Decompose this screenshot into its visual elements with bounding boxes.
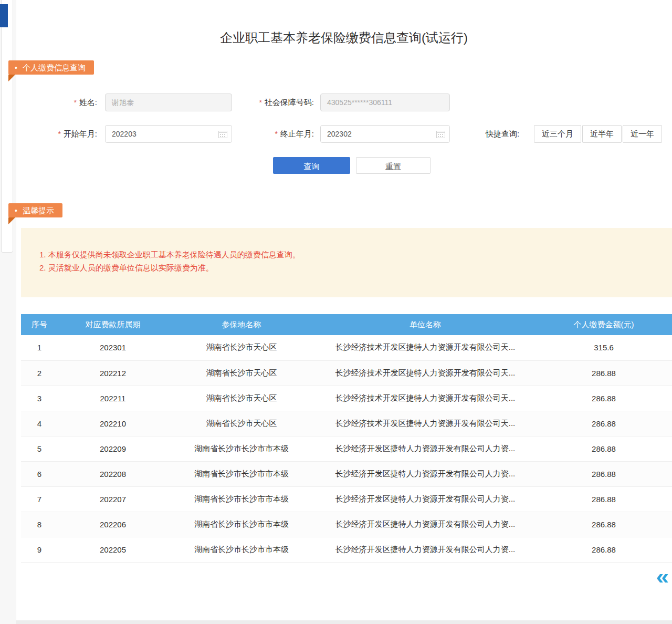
ssn-label: *社会保障号码: xyxy=(236,93,314,111)
table-body: 1202301湖南省长沙市天心区长沙经济技术开发区捷特人力资源开发有限公司天..… xyxy=(21,335,672,562)
fee-period: 202208 xyxy=(58,461,168,486)
fee-period: 202207 xyxy=(58,486,168,512)
personal-amount: 286.88 xyxy=(536,461,672,486)
personal-amount: 286.88 xyxy=(536,436,672,461)
row-index: 2 xyxy=(21,360,58,386)
start-month-field[interactable]: 202203 xyxy=(105,125,232,143)
bullet-icon: • xyxy=(15,61,17,75)
insured-place: 湖南省长沙市长沙市市本级 xyxy=(168,461,315,486)
table-row: 5202209湖南省长沙市长沙市市本级长沙经济开发区捷特人力资源开发有限公司人力… xyxy=(21,436,672,461)
table-row: 8202206湖南省长沙市长沙市市本级长沙经济开发区捷特人力资源开发有限公司人力… xyxy=(21,512,672,537)
name-field[interactable]: 谢旭泰 xyxy=(105,93,232,111)
row-index: 4 xyxy=(21,411,58,436)
employer-name: 长沙经济开发区捷特人力资源开发有限公司人力资... xyxy=(315,512,536,537)
row-index: 3 xyxy=(21,386,58,411)
insured-place: 湖南省长沙市天心区 xyxy=(168,335,315,360)
column-header: 个人缴费金额(元) xyxy=(536,314,672,335)
reset-button[interactable]: 重置 xyxy=(356,157,430,174)
employer-name: 长沙经济技术开发区捷特人力资源开发有限公司天... xyxy=(315,386,536,411)
personal-amount: 315.6 xyxy=(536,335,672,360)
page: { "page": { "title": "企业职工基本养老保险缴费信息查询(试… xyxy=(0,0,672,624)
quick-range-button[interactable]: 近半年 xyxy=(582,125,622,143)
notice-box: 1. 本服务仅提供尚未领取企业职工基本养老保险待遇人员的缴费信息查询。 2. 灵… xyxy=(21,228,672,297)
ssn-field[interactable]: 430525******306111 xyxy=(320,93,450,111)
column-header: 参保地名称 xyxy=(168,314,315,335)
page-title: 企业职工基本养老保险缴费信息查询(试运行) xyxy=(16,29,672,46)
required-asterisk: * xyxy=(259,98,261,107)
required-asterisk: * xyxy=(58,130,60,138)
fee-period: 202212 xyxy=(58,360,168,386)
insured-place: 湖南省长沙市天心区 xyxy=(168,360,315,386)
quick-range-button[interactable]: 近三个月 xyxy=(534,125,581,143)
bullet-icon: • xyxy=(15,204,17,218)
personal-amount: 286.88 xyxy=(536,411,672,436)
calendar-icon[interactable] xyxy=(218,130,227,138)
table-row: 2202212湖南省长沙市天心区长沙经济技术开发区捷特人力资源开发有限公司天..… xyxy=(21,360,672,386)
notice-line: 2. 灵活就业人员的缴费单位信息以实际缴费为准。 xyxy=(21,261,672,274)
left-rail xyxy=(0,0,16,624)
personal-amount: 286.88 xyxy=(536,537,672,562)
table-row: 4202210湖南省长沙市天心区长沙经济技术开发区捷特人力资源开发有限公司天..… xyxy=(21,411,672,436)
table-row: 7202207湖南省长沙市长沙市市本级长沙经济开发区捷特人力资源开发有限公司人力… xyxy=(21,486,672,512)
insured-place: 湖南省长沙市长沙市市本级 xyxy=(168,512,315,537)
column-header: 单位名称 xyxy=(315,314,536,335)
personal-amount: 286.88 xyxy=(536,360,672,386)
column-header: 对应费款所属期 xyxy=(58,314,168,335)
insured-place: 湖南省长沙市天心区 xyxy=(168,386,315,411)
fee-period: 202209 xyxy=(58,436,168,461)
collapse-chevron-icon[interactable]: « xyxy=(656,566,669,587)
employer-name: 长沙经济技术开发区捷特人力资源开发有限公司天... xyxy=(315,335,536,360)
employer-name: 长沙经济技术开发区捷特人力资源开发有限公司天... xyxy=(315,411,536,436)
section-tag-tips: •温馨提示 xyxy=(8,203,62,217)
row-index: 1 xyxy=(21,335,58,360)
personal-amount: 286.88 xyxy=(536,512,672,537)
employer-name: 长沙经济开发区捷特人力资源开发有限公司人力资... xyxy=(315,436,536,461)
table-row: 6202208湖南省长沙市长沙市市本级长沙经济开发区捷特人力资源开发有限公司人力… xyxy=(21,461,672,486)
section-tag-personal-query: •个人缴费信息查询 xyxy=(8,60,94,75)
employer-name: 长沙经济技术开发区捷特人力资源开发有限公司天... xyxy=(315,360,536,386)
query-button[interactable]: 查询 xyxy=(273,157,350,174)
insured-place: 湖南省长沙市长沙市市本级 xyxy=(168,436,315,461)
notice-line: 1. 本服务仅提供尚未领取企业职工基本养老保险待遇人员的缴费信息查询。 xyxy=(21,228,672,261)
quick-query-label: 快捷查询: xyxy=(486,125,519,143)
end-month-field[interactable]: 202302 xyxy=(320,125,450,143)
personal-amount: 286.88 xyxy=(536,386,672,411)
fee-period: 202210 xyxy=(58,411,168,436)
fee-period: 202205 xyxy=(58,537,168,562)
quick-query-group: 近三个月近半年近一年 xyxy=(534,125,662,143)
payment-table: 序号对应费款所属期参保地名称单位名称个人缴费金额(元) 1202301湖南省长沙… xyxy=(21,314,672,563)
end-month-label: *终止年月: xyxy=(236,125,314,143)
row-index: 8 xyxy=(21,512,58,537)
table-row: 9202205湖南省长沙市长沙市市本级长沙经济开发区捷特人力资源开发有限公司人力… xyxy=(21,537,672,562)
insured-place: 湖南省长沙市天心区 xyxy=(168,411,315,436)
insured-place: 湖南省长沙市长沙市市本级 xyxy=(168,486,315,512)
row-index: 6 xyxy=(21,461,58,486)
employer-name: 长沙经济开发区捷特人力资源开发有限公司人力资... xyxy=(315,461,536,486)
fee-period: 202301 xyxy=(58,335,168,360)
section-tag-label: 个人缴费信息查询 xyxy=(23,63,86,72)
personal-amount: 286.88 xyxy=(536,486,672,512)
quick-range-button[interactable]: 近一年 xyxy=(623,125,662,143)
row-index: 7 xyxy=(21,486,58,512)
start-month-label: *开始年月: xyxy=(32,125,97,143)
section-tag-label: 温馨提示 xyxy=(23,206,54,215)
calendar-icon[interactable] xyxy=(436,130,445,138)
ribbon-fold xyxy=(8,217,15,224)
insured-place: 湖南省长沙市长沙市市本级 xyxy=(168,537,315,562)
column-header: 序号 xyxy=(21,314,58,335)
name-label: *姓名: xyxy=(32,93,97,111)
required-asterisk: * xyxy=(275,130,277,138)
sidebar-blue-block xyxy=(0,4,8,27)
employer-name: 长沙经济开发区捷特人力资源开发有限公司人力资... xyxy=(315,486,536,512)
table-row: 1202301湖南省长沙市天心区长沙经济技术开发区捷特人力资源开发有限公司天..… xyxy=(21,335,672,360)
fee-period: 202211 xyxy=(58,386,168,411)
bottom-edge-strip xyxy=(16,620,672,624)
table-header-row: 序号对应费款所属期参保地名称单位名称个人缴费金额(元) xyxy=(21,314,672,335)
ribbon-fold xyxy=(8,75,15,81)
row-index: 9 xyxy=(21,537,58,562)
row-index: 5 xyxy=(21,436,58,461)
table-row: 3202211湖南省长沙市天心区长沙经济技术开发区捷特人力资源开发有限公司天..… xyxy=(21,386,672,411)
required-asterisk: * xyxy=(74,98,76,107)
employer-name: 长沙经济开发区捷特人力资源开发有限公司人力资... xyxy=(315,537,536,562)
fee-period: 202206 xyxy=(58,512,168,537)
